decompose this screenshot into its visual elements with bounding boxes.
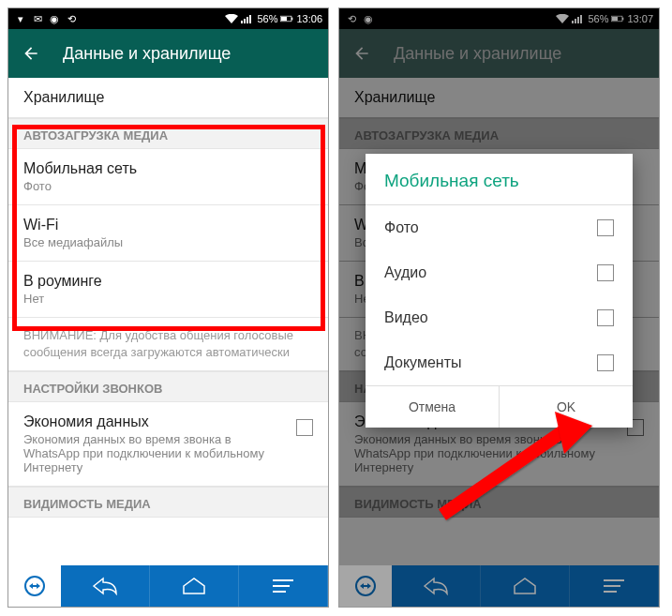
checkbox-photo[interactable]: [597, 219, 614, 236]
wifi-sub: Все медиафайлы: [23, 235, 313, 249]
media-dialog: Мобильная сеть Фото Аудио Видео Документ…: [366, 154, 633, 428]
mobile-sub: Фото: [23, 179, 313, 193]
teamviewer-icon: ⟲: [65, 12, 78, 25]
option-audio[interactable]: Аудио: [366, 250, 633, 295]
appbar: Данные и хранилище: [8, 29, 328, 78]
nav-recent[interactable]: [239, 565, 328, 607]
time: 13:06: [296, 13, 322, 24]
nav-teamviewer[interactable]: [8, 565, 61, 607]
svg-rect-5: [281, 17, 287, 21]
option-photo[interactable]: Фото: [366, 205, 633, 250]
low-data-checkbox[interactable]: [296, 419, 313, 436]
option-docs-label: Документы: [384, 354, 461, 371]
option-audio-label: Аудио: [384, 264, 426, 281]
option-video[interactable]: Видео: [366, 295, 633, 340]
phone-left: ▾ ✉ ◉ ⟲ 56% 13:06 Данные и хранилище Хра…: [7, 8, 329, 608]
svg-rect-1: [244, 19, 246, 23]
statusbar: ▾ ✉ ◉ ⟲ 56% 13:06: [8, 8, 328, 29]
signal-icon: [241, 12, 254, 25]
svg-rect-3: [249, 15, 251, 23]
nav-home[interactable]: [150, 565, 239, 607]
battery-icon: [280, 12, 293, 25]
storage-row[interactable]: Хранилище: [8, 78, 328, 118]
section-calls-label: НАСТРОЙКИ ЗВОНКОВ: [8, 371, 328, 402]
roaming-title: В роуминге: [23, 273, 313, 290]
appbar-title: Данные и хранилище: [63, 44, 231, 64]
wifi-row[interactable]: Wi-Fi Все медиафайлы: [8, 205, 328, 262]
section-autoload-label: АВТОЗАГРУЗКА МЕДИА: [8, 118, 328, 149]
checkbox-video[interactable]: [597, 309, 614, 326]
phone-right: ⟲ ◉ 56% 13:07 Данные и хранилище Хранили…: [338, 8, 660, 608]
storage-title: Хранилище: [23, 89, 313, 106]
checkbox-audio[interactable]: [597, 264, 614, 281]
content: Хранилище АВТОЗАГРУЗКА МЕДИА Мобильная с…: [8, 78, 328, 565]
section-media-vis-label: ВИДИМОСТЬ МЕДИА: [8, 487, 328, 518]
back-button[interactable]: [22, 44, 40, 63]
notif-icon: ▾: [14, 12, 27, 25]
roaming-row[interactable]: В роуминге Нет: [8, 262, 328, 318]
wifi-title: Wi-Fi: [23, 217, 313, 233]
svg-rect-2: [246, 17, 248, 23]
svg-rect-6: [291, 18, 292, 21]
wifi-icon: [225, 12, 238, 25]
navbar: [8, 565, 328, 607]
low-data-sub: Экономия данных во время звонка в WhatsA…: [23, 432, 287, 474]
dialog-title: Мобильная сеть: [366, 154, 633, 205]
option-photo-label: Фото: [384, 219, 419, 236]
option-docs[interactable]: Документы: [366, 340, 633, 385]
nav-back[interactable]: [61, 565, 150, 607]
cancel-button[interactable]: Отмена: [366, 386, 499, 428]
checkbox-docs[interactable]: [597, 354, 614, 371]
mobile-title: Мобильная сеть: [23, 160, 313, 177]
roaming-sub: Нет: [23, 292, 313, 306]
mobile-data-row[interactable]: Мобильная сеть Фото: [8, 149, 328, 205]
note-text: ВНИМАНИЕ: Для удобства общения голосовые…: [8, 318, 328, 371]
battery-pct: 56%: [257, 13, 277, 24]
ok-button[interactable]: OK: [499, 386, 633, 428]
svg-rect-0: [241, 21, 243, 23]
option-video-label: Видео: [384, 309, 428, 326]
low-data-title: Экономия данных: [23, 413, 287, 430]
mail-icon: ✉: [31, 12, 44, 25]
eye-icon: ◉: [48, 12, 61, 25]
low-data-row[interactable]: Экономия данных Экономия данных во время…: [8, 402, 328, 487]
